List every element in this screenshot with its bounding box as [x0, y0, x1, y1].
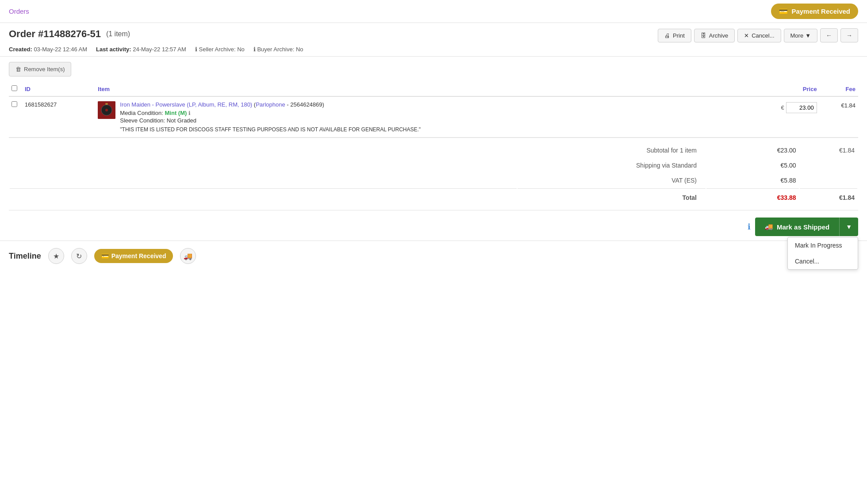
action-bar: ℹ 🚚 Mark as Shipped ▼ Mark In Progress C…	[9, 218, 858, 236]
timeline-star-button[interactable]: ★	[48, 248, 64, 264]
totals-table: Subtotal for 1 item €23.00 €1.84 Shippin…	[9, 142, 858, 206]
last-activity-value: 24-May-22 12:57 AM	[133, 46, 186, 53]
item-note: "THIS ITEM IS LISTED FOR DISCOGS STAFF T…	[120, 126, 736, 133]
print-icon: 🖨	[664, 32, 670, 39]
trash-icon: 🗑	[15, 66, 21, 73]
payment-badge-timeline-label: Payment Received	[111, 252, 166, 260]
total-fee: €1.84	[800, 188, 857, 205]
vat-value: €5.88	[706, 173, 799, 187]
archive-button[interactable]: 🗄 Archive	[694, 29, 735, 42]
order-actions: 🖨 Print 🗄 Archive ✕ Cancel... More ▼ ← →	[658, 28, 858, 42]
payment-icon-top: 💳	[779, 7, 788, 15]
cancel-button[interactable]: ✕ Cancel...	[737, 29, 781, 42]
items-table-section: ID Item Price Fee 1681582627	[9, 82, 858, 137]
currency-symbol: €	[781, 104, 784, 111]
last-activity-label: Last activity:	[96, 46, 131, 53]
sleeve-condition-label: Sleeve Condition:	[120, 117, 165, 124]
subtotal-row: Subtotal for 1 item €23.00 €1.84	[10, 143, 857, 157]
mark-shipped-button[interactable]: 🚚 Mark as Shipped	[755, 218, 839, 236]
dropdown-item-cancel[interactable]: Cancel...	[788, 253, 858, 269]
mark-shipped-dropdown-button[interactable]: ▼	[839, 218, 858, 236]
totals-section: Subtotal for 1 item €23.00 €1.84 Shippin…	[9, 142, 858, 206]
item-count: (1 item)	[106, 30, 130, 38]
items-table: ID Item Price Fee 1681582627	[9, 82, 858, 137]
top-bar: Orders 💳 Payment Received	[0, 0, 867, 23]
table-row: 1681582627 IM	[9, 96, 858, 137]
buyer-archive-value: No	[296, 46, 303, 53]
subtotal-value: €23.00	[706, 143, 799, 157]
timeline-truck-button[interactable]: 🚚	[180, 248, 196, 264]
item-catalog: 2564624869	[290, 101, 322, 108]
dropdown-item-mark-in-progress[interactable]: Mark In Progress	[788, 237, 858, 253]
order-info: Order #11488276-51 (1 item)	[9, 28, 658, 44]
shipping-row: Shipping via Standard €5.00	[10, 158, 857, 172]
created-label: Created:	[9, 46, 32, 53]
svg-text:IM: IM	[106, 103, 108, 105]
svg-point-2	[105, 109, 108, 111]
item-title-link[interactable]: Iron Maiden - Powerslave (LP, Album, RE,…	[120, 101, 252, 108]
col-header-id: ID	[22, 82, 95, 96]
buyer-archive-label: Buyer Archive:	[257, 46, 294, 53]
seller-archive-label: Seller Archive:	[199, 46, 235, 53]
total-value: €33.88	[706, 188, 799, 205]
order-number: Order #11488276-51	[9, 28, 101, 40]
seller-archive-value: No	[237, 46, 245, 53]
vat-label: VAT (ES)	[518, 173, 706, 187]
payment-icon-timeline: 💳	[101, 252, 109, 260]
price-input-wrap: €	[741, 102, 817, 113]
dropdown-menu: Mark In Progress Cancel...	[787, 237, 858, 270]
next-button[interactable]: →	[840, 28, 858, 42]
cancel-icon: ✕	[744, 32, 749, 39]
chevron-down-icon: ▼	[805, 32, 811, 39]
chevron-down-icon: ▼	[846, 223, 852, 230]
price-input[interactable]	[786, 102, 817, 113]
orders-link[interactable]: Orders	[9, 8, 29, 15]
select-all-checkbox[interactable]	[12, 85, 17, 91]
timeline-title: Timeline	[9, 252, 41, 261]
col-header-price: Price	[739, 82, 820, 96]
header-section: Order #11488276-51 (1 item) 🖨 Print 🗄 Ar…	[0, 23, 867, 57]
created-value: 03-May-22 12:46 AM	[34, 46, 87, 53]
col-header-item: Item	[95, 82, 739, 96]
timeline-section: Timeline ★ ↻ 💳 Payment Received 🚚	[0, 241, 867, 275]
vat-row: VAT (ES) €5.88	[10, 173, 857, 187]
total-row: Total €33.88 €1.84	[10, 188, 857, 205]
meta-row: Created: 03-May-22 12:46 AM Last activit…	[9, 46, 858, 53]
media-condition-info-icon[interactable]: ℹ	[188, 110, 191, 116]
payment-badge-timeline: 💳 Payment Received	[94, 249, 173, 263]
total-label: Total	[518, 188, 706, 205]
mark-shipped-wrap: 🚚 Mark as Shipped ▼ Mark In Progress Can…	[755, 218, 858, 236]
subtotal-label: Subtotal for 1 item	[518, 143, 706, 157]
remove-items-button[interactable]: 🗑 Remove Item(s)	[9, 62, 71, 76]
item-text: Iron Maiden - Powerslave (LP, Album, RE,…	[120, 101, 736, 133]
media-condition-label: Media Condition:	[120, 110, 163, 116]
timeline-header: Timeline ★ ↻ 💳 Payment Received 🚚	[9, 248, 858, 264]
shipping-value: €5.00	[706, 158, 799, 172]
action-info-icon[interactable]: ℹ	[748, 222, 751, 232]
item-details: IM Iron Maiden - Powerslave (LP, Album, …	[98, 101, 736, 133]
row-checkbox[interactable]	[12, 101, 17, 107]
print-button[interactable]: 🖨 Print	[658, 29, 691, 42]
payment-received-badge-top: 💳 Payment Received	[771, 4, 858, 19]
prev-button[interactable]: ←	[820, 28, 838, 42]
sleeve-condition-value: Not Graded	[167, 117, 196, 124]
item-thumbnail: IM	[98, 101, 115, 119]
media-condition-value: Mint (M)	[165, 110, 187, 116]
subtotal-fee: €1.84	[800, 143, 857, 157]
col-header-fee: Fee	[820, 82, 858, 96]
timeline-refresh-button[interactable]: ↻	[71, 248, 87, 264]
shipping-label: Shipping via Standard	[518, 158, 706, 172]
more-button[interactable]: More ▼	[784, 29, 818, 42]
item-label-link[interactable]: Parlophone	[256, 101, 285, 108]
item-id: 1681582627	[22, 96, 95, 137]
item-fee: €1.84	[841, 102, 855, 109]
payment-badge-label-top: Payment Received	[791, 8, 850, 15]
archive-icon: 🗄	[701, 32, 706, 39]
truck-icon: 🚚	[765, 223, 773, 231]
